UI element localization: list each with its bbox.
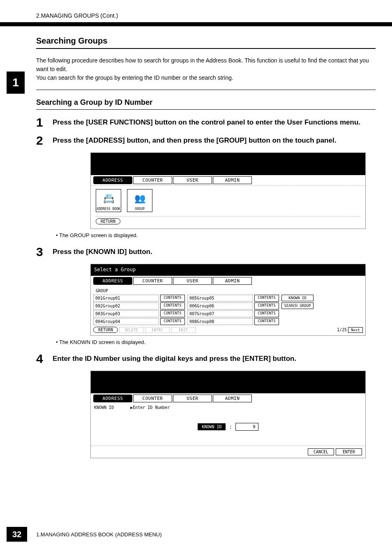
step-text: Enter the ID Number using the digital ke… <box>53 353 296 365</box>
figure-group-screen: ADDRESS COUNTER USER ADMIN 📇 ADDRESS BOO… <box>90 152 366 229</box>
tab-row: ADDRESS COUNTER USER ADMIN <box>91 276 365 286</box>
step-note: The KNOWN ID screen is displayed. <box>56 339 376 345</box>
group-item[interactable]: 005Group05 <box>187 295 253 302</box>
address-book-button[interactable]: 📇 ADDRESS BOOK <box>96 189 121 212</box>
tab-address[interactable]: ADDRESS <box>93 395 132 402</box>
tab-counter[interactable]: COUNTER <box>133 395 172 402</box>
enter-id-label: ▶Enter ID Number <box>130 405 170 410</box>
page-indicator: 1/25 <box>337 328 347 332</box>
address-book-icon: 📇 <box>103 189 114 207</box>
contents-button[interactable]: CONTENTS <box>160 302 185 309</box>
entry-button[interactable]: ENTRY <box>145 327 170 333</box>
figure-known-id: ADDRESS COUNTER USER ADMIN KNOWN ID ▶Ent… <box>90 371 366 458</box>
search-group-button[interactable]: SEARCH GROUP <box>281 302 314 309</box>
contents-button[interactable]: CONTENTS <box>160 310 185 317</box>
tab-admin[interactable]: ADMIN <box>213 277 252 285</box>
group-item[interactable]: 008Group08 <box>187 318 253 325</box>
return-button[interactable]: RETURN <box>93 327 118 333</box>
known-id-input[interactable]: 9 <box>235 423 258 431</box>
contents-button[interactable]: CONTENTS <box>254 295 279 302</box>
group-button[interactable]: 👥 GROUP <box>127 189 152 212</box>
group-label: GROUP <box>96 289 363 293</box>
group-item[interactable]: 002Group02 <box>93 302 159 309</box>
enter-button[interactable]: ENTER <box>336 448 362 455</box>
step-text: Press the [ADDRESS] button, and then pre… <box>53 134 336 147</box>
header-bar <box>0 22 392 26</box>
group-list-left: 001Group01CONTENTS 002Group02CONTENTS 00… <box>93 295 185 325</box>
colon: : <box>229 424 232 430</box>
contents-button[interactable]: CONTENTS <box>254 302 279 309</box>
subsection-title: Searching a Group by ID Number <box>36 98 376 110</box>
step-number: 2 <box>36 134 47 147</box>
tab-address[interactable]: ADDRESS <box>93 277 132 285</box>
edit-button[interactable]: EDIT <box>171 327 196 333</box>
footer-text: 1.MANAGING ADDRESS BOOK (ADDRESS MENU) <box>36 531 162 538</box>
contents-button[interactable]: CONTENTS <box>160 318 185 325</box>
step-note: The GROUP screen is displayed. <box>56 232 376 238</box>
step-3: 3 Press the [KNOWN ID] button. <box>36 246 376 258</box>
contents-button[interactable]: CONTENTS <box>254 318 279 325</box>
group-item[interactable]: 001Group01 <box>93 295 159 302</box>
chapter-tab: 1 <box>7 72 25 94</box>
step-4: 4 Enter the ID Number using the digital … <box>36 353 376 365</box>
step-1: 1 Press the [USER FUNCTIONS] button on t… <box>36 116 376 129</box>
step-number: 4 <box>36 353 47 365</box>
running-header: 2.MANAGING GROUPS (Cont.) <box>0 12 392 19</box>
group-list-right: 005Group05CONTENTS 006Group06CONTENTS 00… <box>187 295 279 325</box>
icon-label: ADDRESS BOOK <box>97 207 120 211</box>
divider <box>36 90 376 90</box>
screen-header <box>91 153 365 175</box>
delete-button[interactable]: DELETE <box>119 327 144 333</box>
tab-counter[interactable]: COUNTER <box>133 277 172 285</box>
tab-user[interactable]: USER <box>173 176 212 184</box>
step-number: 1 <box>36 116 47 129</box>
group-item[interactable]: 003Group03 <box>93 310 159 317</box>
group-item[interactable]: 006Group06 <box>187 302 253 309</box>
tab-user[interactable]: USER <box>173 277 212 285</box>
tab-row: ADDRESS COUNTER USER ADMIN <box>91 175 365 185</box>
page-footer: 32 1.MANAGING ADDRESS BOOK (ADDRESS MENU… <box>0 527 392 542</box>
side-buttons: KNOWN ID SEARCH GROUP <box>281 295 314 325</box>
group-icon: 👥 <box>134 189 145 207</box>
screen-header <box>91 371 365 393</box>
screen-header: Select a Group <box>91 264 365 276</box>
section-intro: The following procedure describes how to… <box>36 56 376 82</box>
step-number: 3 <box>36 246 47 258</box>
tab-admin[interactable]: ADMIN <box>213 395 252 402</box>
icon-label: GROUP <box>135 207 145 211</box>
contents-button[interactable]: CONTENTS <box>160 295 185 302</box>
group-item[interactable]: 004Group04 <box>93 318 159 325</box>
tab-user[interactable]: USER <box>173 395 212 402</box>
contents-button[interactable]: CONTENTS <box>254 310 279 317</box>
cancel-button[interactable]: CANCEL <box>308 448 334 455</box>
return-button[interactable]: RETURN <box>96 218 120 224</box>
tab-admin[interactable]: ADMIN <box>213 176 252 184</box>
next-button[interactable]: Next <box>348 327 363 333</box>
known-id-label: KNOWN ID <box>94 405 114 410</box>
group-item[interactable]: 007Group07 <box>187 310 253 317</box>
page-number: 32 <box>7 527 27 542</box>
screen-title: Select a Group <box>91 264 365 275</box>
step-text: Press the [KNOWN ID] button. <box>53 246 152 258</box>
figure-select-group: Select a Group ADDRESS COUNTER USER ADMI… <box>90 264 366 336</box>
known-id-button[interactable]: KNOWN ID <box>281 295 314 301</box>
known-id-field-label: KNOWN ID <box>198 423 226 430</box>
tab-address[interactable]: ADDRESS <box>93 176 132 184</box>
step-2: 2 Press the [ADDRESS] button, and then p… <box>36 134 376 147</box>
tab-counter[interactable]: COUNTER <box>133 176 172 184</box>
step-text: Press the [USER FUNCTIONS] button on the… <box>53 116 360 129</box>
section-title: Searching Groups <box>36 36 376 49</box>
tab-row: ADDRESS COUNTER USER ADMIN <box>91 393 365 404</box>
